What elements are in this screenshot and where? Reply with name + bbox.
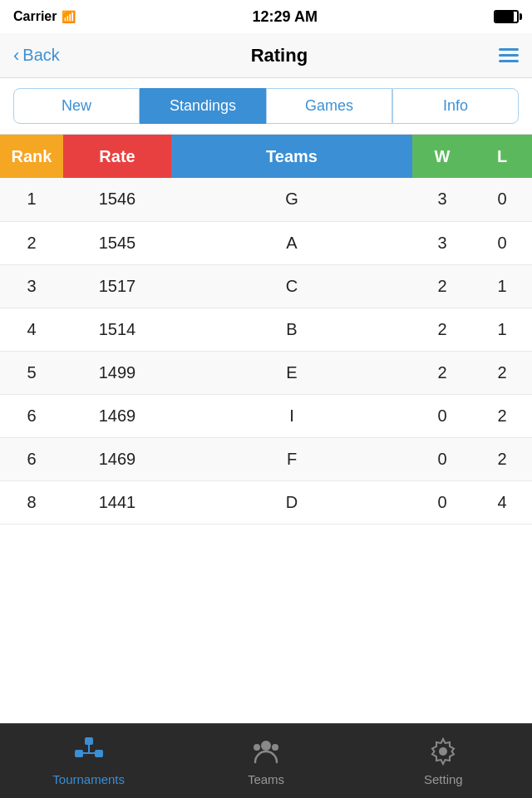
cell-w: 2 [412, 264, 472, 308]
col-header-rate: Rate [63, 135, 171, 178]
cell-rate: 1546 [63, 178, 171, 221]
table-body: 1 1546 G 3 0 2 1545 A 3 0 3 1517 C 2 1 4… [0, 178, 532, 524]
cell-team: E [171, 351, 412, 394]
cell-rank: 3 [0, 264, 63, 308]
page-title: Rating [251, 45, 308, 66]
col-header-w: W [412, 135, 472, 178]
cell-w: 0 [412, 480, 472, 524]
status-time: 12:29 AM [253, 8, 318, 26]
cell-l: 1 [472, 264, 532, 308]
table-row: 4 1514 B 2 1 [0, 308, 532, 351]
svg-rect-0 [85, 737, 93, 745]
tab-new[interactable]: New [13, 88, 140, 124]
navigation-bar: ‹ Back Rating [0, 33, 532, 78]
teams-icon [250, 736, 282, 767]
cell-l: 2 [472, 351, 532, 394]
cell-team: D [171, 480, 412, 524]
table-row: 8 1441 D 0 4 [0, 480, 532, 524]
cell-team: C [171, 264, 412, 308]
main-content: Rank Rate Teams W L 1 1546 G 3 0 2 1545 … [0, 135, 532, 733]
cell-rate: 1499 [63, 351, 171, 394]
svg-point-5 [261, 741, 271, 751]
cell-w: 2 [412, 308, 472, 351]
cell-rate: 1441 [63, 480, 171, 524]
cell-l: 2 [472, 394, 532, 437]
table-row: 5 1499 E 2 2 [0, 351, 532, 394]
cell-l: 2 [472, 437, 532, 480]
bottom-tab-teams-label: Teams [248, 772, 284, 786]
back-label: Back [22, 46, 59, 65]
col-header-rank: Rank [0, 135, 63, 178]
cell-rank: 4 [0, 308, 63, 351]
table-row: 1 1546 G 3 0 [0, 178, 532, 221]
bottom-tab-teams[interactable]: Teams [216, 736, 316, 786]
cell-w: 2 [412, 351, 472, 394]
cell-rank: 1 [0, 178, 63, 221]
bottom-tab-setting[interactable]: Setting [393, 736, 493, 786]
menu-icon-line2 [499, 54, 519, 57]
cell-l: 1 [472, 308, 532, 351]
status-bar: Carrier 📶 12:29 AM [0, 0, 532, 33]
svg-point-7 [272, 744, 278, 751]
col-header-teams: Teams [171, 135, 412, 178]
menu-button[interactable] [499, 48, 519, 62]
battery-indicator [494, 10, 519, 23]
cell-w: 0 [412, 437, 472, 480]
cell-l: 0 [472, 221, 532, 264]
cell-rate: 1514 [63, 308, 171, 351]
tab-games[interactable]: Games [266, 88, 392, 124]
cell-w: 3 [412, 178, 472, 221]
cell-rank: 5 [0, 351, 63, 394]
standings-table-container: Rank Rate Teams W L 1 1546 G 3 0 2 1545 … [0, 135, 532, 733]
top-tab-group: New Standings Games Info [0, 78, 532, 135]
cell-rank: 8 [0, 480, 63, 524]
cell-team: G [171, 178, 412, 221]
table-row: 2 1545 A 3 0 [0, 221, 532, 264]
cell-rate: 1545 [63, 221, 171, 264]
cell-rank: 6 [0, 437, 63, 480]
cell-team: B [171, 308, 412, 351]
back-button[interactable]: ‹ Back [13, 45, 60, 66]
cell-rate: 1517 [63, 264, 171, 308]
standings-table: Rank Rate Teams W L 1 1546 G 3 0 2 1545 … [0, 135, 532, 525]
cell-team: F [171, 437, 412, 480]
table-header-row: Rank Rate Teams W L [0, 135, 532, 178]
svg-point-8 [439, 747, 447, 756]
svg-point-6 [254, 744, 260, 751]
table-row: 3 1517 C 2 1 [0, 264, 532, 308]
cell-team: A [171, 221, 412, 264]
cell-rank: 6 [0, 394, 63, 437]
table-row: 6 1469 I 0 2 [0, 394, 532, 437]
cell-rank: 2 [0, 221, 63, 264]
cell-l: 4 [472, 480, 532, 524]
table-row: 6 1469 F 0 2 [0, 437, 532, 480]
tab-standings[interactable]: Standings [140, 88, 266, 124]
cell-team: I [171, 394, 412, 437]
bottom-tab-tournaments[interactable]: Tournaments [39, 736, 139, 786]
carrier-text: Carrier [13, 9, 57, 24]
bottom-tab-setting-label: Setting [424, 772, 463, 786]
tab-info[interactable]: Info [392, 88, 519, 124]
wifi-icon: 📶 [62, 10, 76, 23]
cell-rate: 1469 [63, 437, 171, 480]
menu-icon-line1 [499, 48, 519, 51]
cell-w: 0 [412, 394, 472, 437]
bottom-tab-tournaments-label: Tournaments [52, 772, 125, 786]
bottom-tab-bar: Tournaments Teams Setting [0, 723, 532, 798]
menu-icon-line3 [499, 60, 519, 62]
back-chevron-icon: ‹ [13, 45, 19, 66]
carrier-info: Carrier 📶 [13, 9, 76, 24]
tournaments-icon [73, 736, 105, 767]
col-header-l: L [472, 135, 532, 178]
cell-rate: 1469 [63, 394, 171, 437]
cell-w: 3 [412, 221, 472, 264]
cell-l: 0 [472, 178, 532, 221]
setting-icon [427, 736, 459, 767]
